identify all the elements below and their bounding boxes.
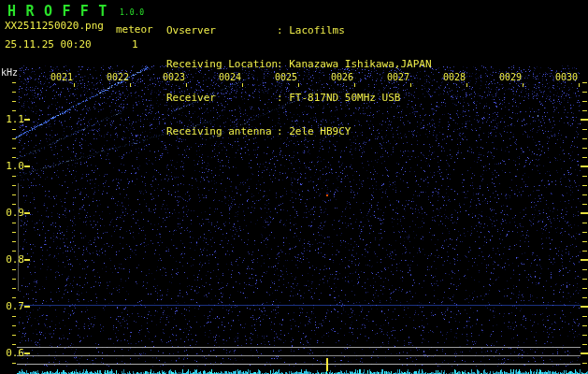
freq-minor-tick-right [582,279,587,280]
freq-minor-tick [12,288,16,289]
time-tick [410,83,411,87]
freq-major-tick [24,212,30,214]
freq-minor-tick-right [582,101,587,102]
freq-minor-tick-right [582,251,587,252]
time-tick [466,83,467,87]
freq-label-0-9: 0.9 [2,208,24,218]
freq-minor-tick-right [582,204,587,205]
info-row-observer: Ovserver: Lacofilms [166,25,432,36]
left-edge-artifact-line [18,183,19,291]
freq-minor-tick-right [582,335,587,336]
freq-minor-tick-right [582,325,587,326]
freq-minor-tick-right [582,241,587,242]
freq-minor-tick-right [582,138,587,139]
colon-separator: : [277,92,289,104]
time-tick [298,83,299,87]
freq-minor-tick [12,101,16,102]
carrier-line-0-70khz [19,305,581,306]
time-tick [130,83,131,87]
info-value: 2ele HB9CY [289,125,351,137]
time-tick [354,83,355,87]
freq-label-1-1: 1.1 [2,114,24,124]
info-value: FT-817ND 50MHz USB [289,92,400,104]
freq-major-tick [24,165,30,167]
freq-minor-tick-right [582,363,587,364]
time-tick [186,83,187,87]
freq-minor-tick [12,129,16,130]
freq-major-tick-right [581,119,588,121]
freq-minor-tick [12,335,16,336]
freq-major-tick [24,352,30,354]
freq-minor-tick-right [582,110,587,111]
freq-major-tick-right [581,259,588,261]
freq-minor-tick-right [582,82,587,83]
freq-minor-tick-right [582,344,587,345]
freq-minor-tick [12,223,16,223]
freq-major-tick-right [581,212,588,214]
freq-minor-tick [12,185,16,186]
info-value: Kanazawa Ishikawa,JAPAN [289,58,431,70]
freq-minor-tick-right [582,148,587,149]
carrier-line-0-61khz [17,347,581,348]
freq-minor-tick-right [582,92,587,93]
freq-minor-tick [12,279,16,280]
filename: XX2511250020.png [5,20,104,32]
freq-minor-tick [12,232,16,233]
freq-minor-tick [12,269,16,270]
freq-minor-tick [12,92,16,93]
freq-minor-tick-right [582,157,587,158]
info-label: Receiving Location [166,59,277,70]
mode-label: meteor [116,23,153,36]
freq-major-tick-right [581,165,588,167]
freq-minor-tick-right [582,194,587,195]
freq-major-tick [24,306,30,308]
carrier-line-0-58khz [17,364,581,365]
freq-label-1-0: 1.0 [2,161,24,171]
time-label-0022: 0022 [105,73,129,82]
freq-major-tick-right [581,306,588,308]
freq-minor-tick [12,251,16,252]
app-title: H R O F F T [7,3,108,20]
info-label: Receiving antenna [166,126,277,137]
info-row-antenna: Receiving antenna: 2ele HB9CY [166,126,432,137]
freq-minor-tick [12,194,16,195]
freq-minor-tick [12,157,16,158]
freq-minor-tick [12,148,16,149]
freq-minor-tick-right [582,288,587,289]
freq-minor-tick [12,176,16,177]
freq-minor-tick-right [582,316,587,317]
meteor-detection-marker [326,358,328,371]
info-label: Ovserver [166,25,277,36]
time-tick [523,83,523,87]
freq-major-tick [24,119,30,121]
info-value: Lacofilms [289,24,345,36]
freq-minor-tick [12,241,16,242]
freq-label-0-7: 0.7 [2,301,24,311]
time-tick [74,83,75,87]
hrofft-window: H R O F F T 1.0.0 XX2511250020.png meteo… [0,0,588,374]
time-label-0027: 0027 [385,73,409,82]
time-label-0025: 0025 [273,73,297,82]
freq-minor-tick-right [582,269,587,270]
time-label-0029: 0029 [497,73,522,82]
time-label-0028: 0028 [441,73,466,82]
freq-major-tick [24,259,30,261]
freq-minor-tick-right [582,297,587,298]
frame-datetime: 25.11.25 00:20 [5,38,92,50]
time-tick [242,83,243,87]
info-label: Receiver [166,93,277,104]
freq-minor-tick [12,110,16,111]
freq-minor-tick [12,344,16,345]
freq-minor-tick-right [582,129,587,130]
freq-major-tick-right [581,352,588,354]
freq-label-0-6: 0.6 [2,348,24,358]
freq-minor-tick-right [582,223,587,223]
app-version: 1.0.0 [120,8,145,17]
y-axis-unit: kHz [1,67,18,78]
time-label-0024: 0024 [217,73,241,82]
info-row-receiver: Receiver: FT-817ND 50MHz USB [166,93,432,104]
freq-minor-tick [12,204,16,205]
freq-minor-tick [12,82,16,83]
meteor-count: 1 [132,38,138,50]
freq-minor-tick [12,138,16,139]
